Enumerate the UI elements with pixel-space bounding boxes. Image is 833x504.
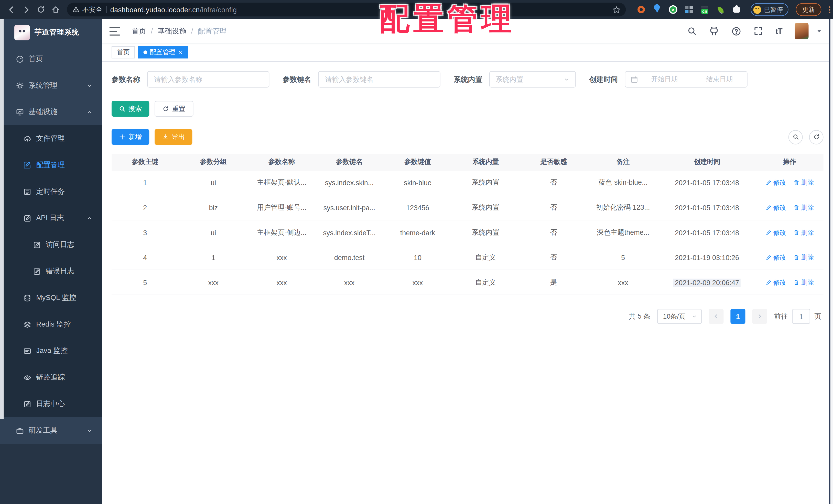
sidebar-item-dev-tools[interactable]: 研发工具 — [0, 417, 102, 444]
next-page-button[interactable] — [752, 309, 767, 324]
sidebar-item-system[interactable]: 系统管理 — [0, 72, 102, 99]
sidebar-item-infra[interactable]: 基础设施 — [0, 99, 102, 125]
row-delete-button[interactable]: 删除 — [793, 228, 814, 237]
sidebar-item-file-manage[interactable]: 文件管理 — [0, 125, 102, 152]
toggle-search-button[interactable] — [788, 130, 803, 144]
date-start[interactable]: 开始日期 — [642, 75, 687, 84]
row-edit-button[interactable]: 修改 — [765, 178, 786, 187]
row-delete-button[interactable]: 删除 — [793, 278, 814, 287]
paused-badge[interactable]: 已暂停 — [751, 3, 788, 16]
back-icon[interactable] — [5, 4, 17, 16]
github-icon[interactable] — [709, 26, 719, 36]
row-edit-button[interactable]: 修改 — [765, 228, 786, 237]
page-size-select[interactable]: 10条/页 — [657, 309, 702, 324]
table-cell-actions: 修改删除 — [756, 178, 823, 187]
extension-icon-grid[interactable] — [684, 5, 693, 14]
table-cell: 否 — [520, 203, 588, 212]
table-cell: xxx — [248, 278, 315, 286]
table-row: 5xxxxxxxxxxxx自定义是xxx2021-02-09 20:06:47修… — [112, 270, 824, 295]
current-page-button[interactable]: 1 — [730, 309, 745, 324]
sidebar-item-error-log[interactable]: 错误日志 — [0, 258, 102, 285]
builtin-select[interactable]: 系统内置 — [489, 71, 576, 87]
sidebar-item-mysql-monitor[interactable]: MySQL 监控 — [0, 285, 102, 311]
row-delete-button[interactable]: 删除 — [793, 203, 814, 212]
table-cell: 2021-01-19 03:10:26 — [658, 253, 756, 261]
row-delete-button[interactable]: 删除 — [793, 178, 814, 187]
sidebar-item-api-log[interactable]: API 日志 — [0, 205, 102, 231]
table-cell: 自定义 — [452, 253, 519, 262]
tab-home[interactable]: 首页 — [112, 46, 135, 58]
add-button[interactable]: 新增 — [112, 129, 149, 145]
sidebar-item-redis-monitor[interactable]: Redis 监控 — [0, 311, 102, 337]
sidebar-item-scheduled-tasks[interactable]: 定时任务 — [0, 178, 102, 205]
goto-page-input[interactable] — [792, 309, 810, 324]
sidebar-item-home[interactable]: 首页 — [0, 46, 102, 72]
tab-close-icon[interactable] — [178, 50, 183, 55]
table-cell: 蓝色 skin-blue... — [588, 178, 658, 187]
sidebar-item-trace[interactable]: 链路追踪 — [0, 364, 102, 391]
row-delete-button[interactable]: 删除 — [793, 253, 814, 262]
tab-config-manage[interactable]: 配置管理 — [138, 46, 188, 58]
sidebar-item-access-log[interactable]: 访问日志 — [0, 231, 102, 258]
browser-menu-icon[interactable] — [829, 6, 830, 13]
row-edit-button[interactable]: 修改 — [765, 253, 786, 262]
export-button[interactable]: 导出 — [154, 129, 192, 145]
app-title: 芋道管理系统 — [34, 28, 79, 37]
sidebar-toggle-icon[interactable] — [110, 27, 120, 35]
chevron-down-icon — [87, 83, 92, 89]
calendar-icon — [630, 76, 638, 83]
sidebar-item-config-manage[interactable]: 配置管理 — [0, 152, 102, 178]
table-row: 2biz用户管理-账号...sys.user.init-pa...123456系… — [112, 195, 824, 221]
table-cell: 深色主题theme... — [588, 228, 658, 237]
extension-icon-translate[interactable]: cn — [700, 5, 709, 14]
user-avatar[interactable] — [795, 23, 809, 39]
extension-icon-donut[interactable] — [637, 5, 645, 14]
total-count: 共 5 条 — [629, 312, 650, 321]
app-logo-row[interactable]: 芋道管理系统 — [0, 19, 102, 46]
bookmark-star-icon[interactable] — [613, 6, 621, 14]
row-edit-button[interactable]: 修改 — [765, 203, 786, 212]
sidebar-item-log-center[interactable]: 日志中心 — [0, 391, 102, 417]
search-icon[interactable] — [687, 27, 696, 35]
refresh-button[interactable] — [809, 130, 824, 144]
table-cell: 123456 — [383, 204, 452, 211]
scrollbar[interactable] — [829, 19, 833, 504]
table-cell: xxx — [383, 278, 452, 286]
security-status[interactable]: 不安全 — [72, 5, 102, 14]
builtin-label: 系统内置 — [454, 75, 482, 84]
date-range-picker[interactable]: 开始日期 - 结束日期 — [625, 71, 747, 87]
table-cell: 2021-02-09 20:06:47 — [658, 278, 756, 286]
help-icon[interactable] — [731, 26, 741, 36]
reload-icon[interactable] — [35, 4, 47, 16]
chevron-up-icon — [87, 109, 92, 115]
user-menu-caret-icon[interactable] — [817, 30, 822, 32]
date-end[interactable]: 结束日期 — [697, 75, 742, 84]
reset-button[interactable]: 重置 — [154, 101, 193, 117]
sidebar-item-java-monitor[interactable]: Java 监控 — [0, 337, 102, 364]
table-cell: xxx — [178, 278, 248, 286]
extension-icon-pin[interactable] — [652, 5, 661, 14]
home-icon[interactable] — [50, 4, 62, 16]
forward-icon[interactable] — [20, 4, 32, 16]
extension-icon-leaf[interactable] — [716, 5, 725, 14]
extension-icon-check[interactable]: v — [668, 5, 677, 14]
param-name-input[interactable] — [147, 71, 269, 87]
table-header: 参数主键 参数分组 参数名称 参数键名 参数键值 系统内置 是否敏感 备注 创建… — [112, 154, 824, 170]
browser-toolbar: 不安全 dashboard.yudao.iocoder.cn/infra/con… — [0, 0, 833, 19]
row-edit-button[interactable]: 修改 — [765, 278, 786, 287]
app-logo — [14, 25, 30, 40]
breadcrumb-infra[interactable]: 基础设施 — [158, 26, 186, 36]
breadcrumb-home[interactable]: 首页 — [132, 26, 146, 36]
left-edge-strip — [0, 19, 4, 419]
table-cell: sys.index.sideT... — [315, 229, 383, 236]
font-size-icon[interactable]: tT — [776, 27, 782, 35]
search-button[interactable]: 搜索 — [112, 101, 149, 117]
table-cell: biz — [178, 204, 248, 211]
fullscreen-icon[interactable] — [754, 27, 763, 35]
extension-icon-puzzle[interactable] — [732, 5, 741, 14]
update-button[interactable]: 更新 — [796, 3, 822, 16]
address-bar[interactable]: 不安全 dashboard.yudao.iocoder.cn/infra/con… — [67, 3, 626, 16]
param-key-input[interactable] — [318, 71, 440, 87]
prev-page-button[interactable] — [709, 309, 723, 324]
table-cell: sys.user.init-pa... — [315, 204, 383, 211]
